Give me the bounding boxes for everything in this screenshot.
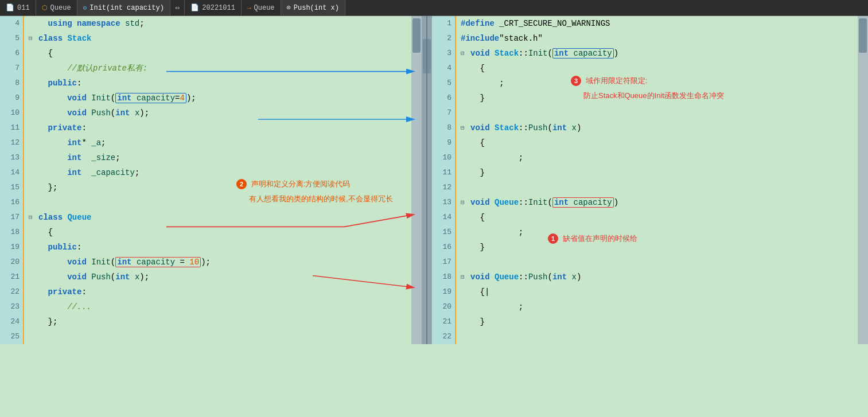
code-text: private: [29,285,87,299]
rcode-line-12 [461,180,858,195]
push-icon: ⊙ [287,3,291,12]
code-text: ; [461,225,523,240]
rcode-line-13: ⊟ void Queue::Init(int capacity) [461,195,858,210]
rcode-line-21: } [461,314,858,329]
code-line-20: void Init(int capacity = 10); [29,255,411,270]
code-line-25 [29,329,411,344]
code-text: { [29,46,53,61]
code-line-18: { [29,225,411,240]
tab-queue-right[interactable]: → Queue [242,0,281,15]
rcode-line-17 [461,255,858,270]
code-line-15: }; [29,180,411,195]
mid-line [426,16,427,344]
collapse-r18[interactable]: ⊟ [461,270,465,285]
code-line-21: void Push(int x); [29,270,411,285]
code-text: int _size; [29,150,120,165]
rcode-line-6: } [461,91,858,106]
arrow-icon-left: ⊙ [83,4,87,11]
code-line-16 [29,195,411,210]
code-line-23: //... [29,299,411,314]
code-text: } [461,165,485,180]
code-text: void Init(int capacity = 10); [29,255,211,270]
code-text: using namespace std; [29,16,145,31]
tab-queue-left-label: Queue [50,4,71,12]
right-scroll-thumb[interactable] [859,18,867,53]
code-text: } [461,240,485,255]
rcode-line-9: { [461,135,858,150]
code-text: //... [29,299,91,314]
queue-icon-left: ⬡ [42,4,48,11]
collapse-17[interactable]: ⊟ [29,210,33,225]
main-area: 4 5 6 7 8 9 10 11 12 13 14 15 16 17 18 1… [0,16,868,344]
tab-011-label: 011 [17,4,30,12]
code-line-10: void Push(int x); [29,106,411,120]
code-line-13: int _size; [29,150,411,165]
code-line-14: int _capacity; [29,165,411,180]
rcode-line-16: } [461,240,858,255]
tab-20221011[interactable]: 📄 20221011 [185,0,242,15]
code-text: void Queue::Init(int capacity) [466,195,619,210]
code-text: } [461,314,485,329]
rcode-line-4: { [461,61,858,76]
code-text: ; [461,150,523,165]
rcode-line-10: ; [461,150,858,165]
code-line-24: }; [29,314,411,329]
code-text: void Push(int x); [29,106,149,120]
left-line-numbers: 4 5 6 7 8 9 10 11 12 13 14 15 16 17 18 1… [0,16,24,344]
rcode-line-22 [461,329,858,344]
code-text: { [461,61,485,76]
collapse-5[interactable]: ⊟ [29,31,33,46]
rcode-line-5: ; [461,76,858,91]
tab-011[interactable]: 📄 011 [0,0,36,15]
tab-init[interactable]: ⊙ Init(int capacity) [77,0,170,15]
code-line-5: ⊟ class Stack [29,31,411,46]
code-line-4: using namespace std; [29,16,411,31]
code-text: public: [29,240,81,255]
code-text: //默认private私有: [29,61,147,76]
tab-push-label: Push(int x) [294,4,339,12]
rcode-line-3: ⊟ void Stack::Init(int capacity) [461,46,858,61]
code-text: }; [29,180,57,195]
rcode-line-2: #include"stack.h" [461,31,858,46]
tab-20221011-label: 20221011 [202,4,235,12]
app-container: 📄 011 ⬡ Queue ⊙ Init(int capacity) ⇔ 📄 2… [0,0,868,344]
rcode-line-18: ⊟ void Queue::Push(int x) [461,270,858,285]
code-text: { [461,135,485,150]
right-scrollbar[interactable] [858,16,868,344]
code-text: _CRT_SECURE_NO_WARNINGS [495,16,610,31]
file-icon: 📄 [6,3,14,12]
left-scrollbar[interactable] [411,16,422,344]
rcode-line-1: #define _CRT_SECURE_NO_WARNINGS [461,16,858,31]
code-text: void Stack::Push(int x) [466,120,582,135]
code-line-22: private: [29,285,411,299]
left-panel: 4 5 6 7 8 9 10 11 12 13 14 15 16 17 18 1… [0,16,422,344]
code-text: { [29,225,53,240]
rcode-line-8: ⊟ void Stack::Push(int x) [461,120,858,135]
tab-init-label: Init(int capacity) [89,4,164,12]
collapse-r13[interactable]: ⊟ [461,195,465,210]
code-text: int _capacity; [29,165,139,180]
rcode-line-14: { [461,210,858,225]
right-panel: 1 2 3 4 5 6 7 8 9 10 11 12 13 14 15 16 1… [432,16,868,344]
tab-queue-left[interactable]: ⬡ Queue [36,0,77,15]
code-line-8: public: [29,76,411,91]
code-text: void Push(int x); [29,270,149,285]
split-button[interactable]: ⇔ [170,0,185,15]
right-code: #define _CRT_SECURE_NO_WARNINGS #include… [456,16,858,344]
middle-divider [422,16,432,344]
code-line-11: private: [29,120,411,135]
code-text: ; [461,76,504,91]
code-text: private: [29,120,87,135]
code-text: #include"stack.h" [461,31,543,46]
left-scroll-thumb[interactable] [412,18,421,53]
tab-queue-right-label: Queue [254,4,275,12]
code-line-9: void Init(int capacity=4); [29,91,411,106]
collapse-r3[interactable]: ⊟ [461,46,465,61]
tab-push[interactable]: ⊙ Push(int x) [281,0,345,15]
rcode-line-7 [461,106,858,120]
code-line-19: public: [29,240,411,255]
code-line-6: { [29,46,411,61]
code-line-12: int* _a; [29,135,411,150]
collapse-r8[interactable]: ⊟ [461,120,465,135]
code-text: }; [29,314,57,329]
